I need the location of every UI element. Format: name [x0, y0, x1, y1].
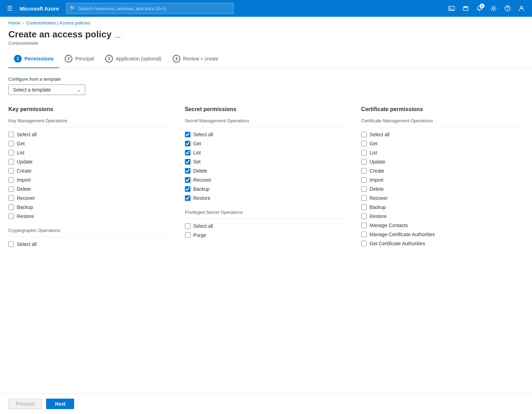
cert-recover-checkbox[interactable] — [361, 195, 367, 201]
secret-list-label[interactable]: List — [193, 150, 201, 155]
help-button[interactable] — [501, 2, 514, 15]
cert-create-label[interactable]: Create — [369, 168, 384, 174]
secret-permissions-title: Secret permissions — [185, 106, 347, 112]
secret-set-checkbox[interactable] — [185, 159, 190, 165]
key-recover-label[interactable]: Recover — [17, 195, 35, 201]
key-import-checkbox[interactable] — [8, 177, 14, 183]
directory-button[interactable] — [459, 2, 472, 15]
cert-update-label[interactable]: Update — [369, 159, 385, 165]
secret-purge-row: Purge — [185, 231, 347, 240]
cert-list-label[interactable]: List — [369, 150, 377, 155]
cert-delete-checkbox[interactable] — [361, 186, 367, 192]
key-restore-label[interactable]: Restore — [17, 213, 34, 219]
secret-select-all-checkbox[interactable] — [185, 132, 190, 137]
key-get-label[interactable]: Get — [17, 141, 25, 146]
tab-number-2: 2 — [65, 55, 72, 63]
secret-priv-select-all-checkbox[interactable] — [185, 223, 190, 229]
cloud-shell-button[interactable] — [445, 2, 458, 15]
key-crypto-select-all-label[interactable]: Select all — [17, 241, 37, 247]
key-get-checkbox[interactable] — [8, 141, 14, 146]
secret-purge-checkbox[interactable] — [185, 232, 190, 238]
search-bar[interactable]: 🔍 — [66, 3, 234, 14]
cert-delete-label[interactable]: Delete — [369, 186, 383, 192]
cert-manage-contacts-row: Manage Contacts — [361, 221, 524, 230]
settings-button[interactable] — [487, 2, 500, 15]
key-backup-checkbox[interactable] — [8, 204, 14, 210]
secret-get-label[interactable]: Get — [193, 141, 201, 146]
cert-manage-contacts-checkbox[interactable] — [361, 223, 367, 228]
cert-recover-label[interactable]: Recover — [369, 195, 388, 201]
template-dropdown[interactable]: Select a template ⌄ — [8, 85, 85, 95]
key-update-checkbox[interactable] — [8, 159, 14, 165]
key-list-label[interactable]: List — [17, 150, 24, 155]
cert-import-checkbox[interactable] — [361, 177, 367, 183]
cert-update-checkbox[interactable] — [361, 159, 367, 165]
breadcrumb-home[interactable]: Home — [8, 20, 21, 26]
cert-import-label[interactable]: Import — [369, 177, 383, 183]
breadcrumb-parent[interactable]: ContosoHotels | Access policies — [26, 20, 90, 26]
secret-select-all-label[interactable]: Select all — [193, 132, 213, 137]
cert-select-all-checkbox[interactable] — [361, 132, 367, 137]
secret-delete-checkbox[interactable] — [185, 168, 190, 174]
tab-number-3: 3 — [105, 55, 113, 63]
key-recover-row: Recover — [8, 194, 171, 203]
key-update-row: Update — [8, 157, 171, 166]
secret-privileged-section-label: Privileged Secret Operations — [185, 210, 347, 215]
tab-review-create[interactable]: 4 Review + create — [167, 50, 224, 68]
tab-principal[interactable]: 2 Principal — [59, 50, 100, 68]
secret-backup-checkbox[interactable] — [185, 186, 190, 192]
secret-get-checkbox[interactable] — [185, 141, 190, 146]
cert-get-ca-checkbox[interactable] — [361, 241, 367, 246]
cert-list-checkbox[interactable] — [361, 150, 367, 155]
content-area: Configure from a template Select a templ… — [0, 68, 532, 277]
notification-badge: 1 — [480, 3, 484, 8]
key-recover-checkbox[interactable] — [8, 195, 14, 201]
secret-list-checkbox[interactable] — [185, 150, 190, 155]
page-menu-button[interactable]: ... — [115, 31, 121, 39]
notifications-button[interactable]: 1 — [473, 2, 486, 15]
secret-delete-label[interactable]: Delete — [193, 168, 207, 174]
secret-set-label[interactable]: Set — [193, 159, 201, 165]
template-section: Configure from a template Select a templ… — [8, 77, 524, 95]
key-create-label[interactable]: Create — [17, 168, 31, 174]
key-crypto-select-all-checkbox[interactable] — [8, 241, 14, 247]
key-import-label[interactable]: Import — [17, 177, 31, 183]
key-update-label[interactable]: Update — [17, 159, 33, 165]
hamburger-menu[interactable]: ☰ — [4, 3, 15, 14]
secret-recover-label[interactable]: Recover — [193, 177, 211, 183]
secret-purge-label[interactable]: Purge — [193, 232, 206, 238]
cert-list-row: List — [361, 148, 524, 157]
key-backup-label[interactable]: Backup — [17, 204, 33, 210]
cert-backup-row: Backup — [361, 203, 524, 212]
key-list-checkbox[interactable] — [8, 150, 14, 155]
cert-manage-ca-label[interactable]: Manage Certificate Authorities — [369, 232, 435, 237]
key-delete-checkbox[interactable] — [8, 186, 14, 192]
cert-get-checkbox[interactable] — [361, 141, 367, 146]
cert-backup-label[interactable]: Backup — [369, 204, 386, 210]
cert-restore-label[interactable]: Restore — [369, 213, 387, 219]
secret-recover-checkbox[interactable] — [185, 177, 190, 183]
secret-restore-checkbox[interactable] — [185, 195, 190, 201]
key-create-checkbox[interactable] — [8, 168, 14, 174]
cert-get-label[interactable]: Get — [369, 141, 378, 146]
cert-manage-ca-checkbox[interactable] — [361, 232, 367, 237]
key-select-all-label[interactable]: Select all — [17, 132, 37, 137]
key-restore-checkbox[interactable] — [8, 213, 14, 219]
tab-application[interactable]: 3 Application (optional) — [100, 50, 167, 68]
secret-restore-label[interactable]: Restore — [193, 195, 210, 201]
key-select-all-checkbox[interactable] — [8, 132, 14, 137]
secret-backup-label[interactable]: Backup — [193, 186, 210, 192]
cert-manage-contacts-label[interactable]: Manage Contacts — [369, 223, 408, 228]
cert-restore-checkbox[interactable] — [361, 213, 367, 219]
search-input[interactable] — [79, 6, 230, 11]
cert-get-ca-label[interactable]: Get Certificate Authorities — [369, 241, 425, 246]
cert-backup-checkbox[interactable] — [361, 204, 367, 210]
cert-select-all-label[interactable]: Select all — [369, 132, 389, 137]
tab-number-1: 1 — [14, 55, 22, 63]
tab-permissions[interactable]: 1 Permissions — [8, 50, 59, 68]
key-crypto-select-all-row: Select all — [8, 240, 171, 249]
cert-create-checkbox[interactable] — [361, 168, 367, 174]
key-delete-label[interactable]: Delete — [17, 186, 31, 192]
secret-priv-select-all-label[interactable]: Select all — [193, 223, 213, 229]
account-button[interactable] — [515, 2, 528, 15]
